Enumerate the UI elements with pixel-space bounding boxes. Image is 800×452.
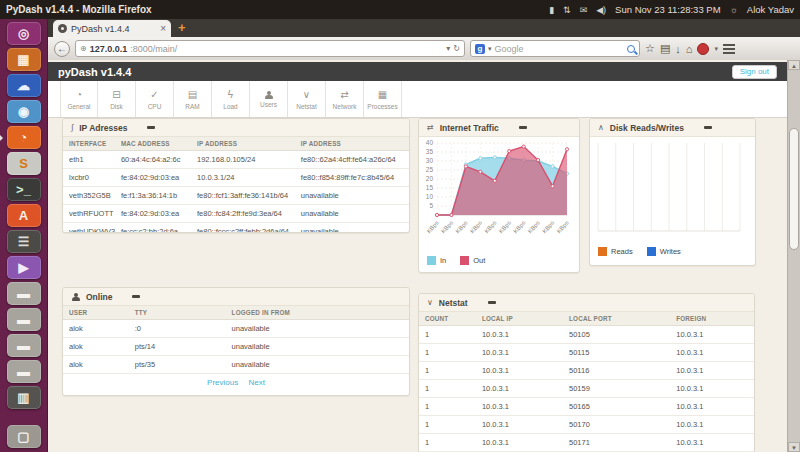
panel-traffic-header: ⇄ Internet Traffic <box>419 119 579 137</box>
table-cell: 50170 <box>563 416 670 434</box>
bookmark-star-icon[interactable]: ☆ <box>645 42 655 55</box>
nav-item-ram[interactable]: ▤RAM <box>174 81 212 117</box>
column-header: LOCAL PORT <box>563 312 670 326</box>
nav-item-disk[interactable]: ⊟Disk <box>98 81 136 117</box>
table-cell: 10.0.3.1 <box>670 326 754 344</box>
vertical-scrollbar[interactable]: ▲ ▼ <box>787 60 800 452</box>
table-cell: 50105 <box>563 326 670 344</box>
table-cell: fe80::fcf1:3aff:fe36:141b/64 <box>191 187 295 205</box>
collapse-button[interactable] <box>488 301 496 304</box>
home-icon[interactable]: ⌂ <box>686 43 693 55</box>
launcher-system-settings-icon[interactable]: ☰ <box>7 230 41 253</box>
table-cell: pts/14 <box>129 338 226 356</box>
table-row: 110.0.3.15011610.0.3.1 <box>419 362 754 380</box>
search-bar[interactable]: g ▾ Google <box>470 40 640 57</box>
search-placeholder: Google <box>495 44 624 54</box>
new-tab-button[interactable]: + <box>178 21 186 35</box>
url-dropdown-icon[interactable]: ▾ <box>446 44 450 53</box>
table-cell: fe:f1:3a:36:14:1b <box>115 187 191 205</box>
nav-item-cpu[interactable]: ✓CPU <box>136 81 174 117</box>
search-engine-dropdown-icon[interactable]: ▾ <box>488 45 492 53</box>
nav-item-processes[interactable]: ▦Processes <box>364 81 402 117</box>
launcher-ubuntu-dash-icon[interactable]: ◎ <box>7 22 41 45</box>
launcher-trash-icon[interactable]: ▢ <box>7 425 41 448</box>
table-row: alokpts/14unavailable <box>63 338 409 356</box>
mail-icon[interactable]: ✉ <box>580 5 588 15</box>
reload-icon[interactable]: ↻ <box>453 44 460 53</box>
back-button[interactable]: ← <box>54 41 70 57</box>
table-row: 110.0.3.15017010.0.3.1 <box>419 416 754 434</box>
volume-icon[interactable]: ◀) <box>596 5 606 15</box>
launcher-video-editor-icon[interactable]: ▥ <box>7 386 41 409</box>
panel-internet-traffic: ⇄ Internet Traffic 510152025303540KBpsKB… <box>418 118 580 273</box>
panel-netstat: ∨ Netstat COUNTLOCAL IPLOCAL PORTFOREIGN… <box>418 293 755 452</box>
scroll-down-icon[interactable]: ▼ <box>788 442 800 452</box>
launcher-thunderbird-icon[interactable]: ☁ <box>7 74 41 97</box>
users-icon <box>71 293 80 301</box>
svg-text:20: 20 <box>426 175 434 182</box>
clock[interactable]: Sun Nov 23 11:28:33 PM <box>615 4 720 15</box>
collapse-button[interactable] <box>519 126 527 129</box>
table-cell: 10.0.3.1 <box>670 362 754 380</box>
collapse-button[interactable] <box>132 295 140 298</box>
svg-text:KBps: KBps <box>527 220 541 235</box>
collapse-button[interactable] <box>147 126 155 129</box>
panel-title: Netstat <box>439 298 468 308</box>
table-cell: 10.0.3.1 <box>670 344 754 362</box>
table-row: vethUDKWV3fe:cc:c2:bb:2d:6afe80::fccc:c2… <box>63 223 409 234</box>
legend-label: In <box>440 256 446 265</box>
online-table: USERTTYLOGGED IN FROMalok:0unavailableal… <box>63 306 409 374</box>
adblock-dropdown-icon[interactable]: ▾ <box>714 45 718 53</box>
nav-label: Load <box>223 103 237 110</box>
nav-item-network[interactable]: ⇄Network <box>326 81 364 117</box>
google-engine-icon[interactable]: g <box>475 44 485 54</box>
search-icon[interactable] <box>627 45 635 53</box>
table-cell: 192.168.0.105/24 <box>191 151 295 169</box>
scroll-up-icon[interactable]: ▲ <box>788 60 800 70</box>
nav-item-users[interactable]: Users <box>250 81 288 117</box>
browser-tab[interactable]: PyDash v1.4.4 × <box>53 20 171 37</box>
adblock-icon[interactable] <box>697 43 709 55</box>
launcher-media-player-icon[interactable]: ▶ <box>7 256 41 279</box>
launcher-terminal-icon[interactable]: >_ <box>7 178 41 201</box>
launcher-drive-1-icon[interactable]: ▬ <box>7 282 41 305</box>
table-row: 110.0.3.15011510.0.3.1 <box>419 344 754 362</box>
table-cell: 10.0.3.1 <box>476 380 563 398</box>
launcher-firefox-icon[interactable]: ◔ <box>7 126 41 149</box>
bookmarks-menu-icon[interactable]: ▤ <box>660 42 670 55</box>
table-cell: 10.0.3.1 <box>670 380 754 398</box>
table-cell: 50115 <box>563 344 670 362</box>
legend-label: Out <box>473 256 485 265</box>
table-cell: 10.0.3.1 <box>476 326 563 344</box>
nav-item-netstat[interactable]: ∨Netstat <box>288 81 326 117</box>
session-gear-icon[interactable]: ☼ <box>730 5 738 15</box>
launcher-sublime-text-icon[interactable]: S <box>7 152 41 175</box>
launcher-drive-2-icon[interactable]: ▬ <box>7 308 41 331</box>
downloads-icon[interactable]: ↓ <box>675 43 681 55</box>
tab-close-icon[interactable]: × <box>160 23 166 34</box>
network-arrows-icon[interactable]: ⇅ <box>563 5 571 15</box>
table-cell: alok <box>63 338 129 356</box>
nav-item-general[interactable]: ◔General <box>60 81 98 117</box>
svg-text:KBps: KBps <box>512 220 526 235</box>
launcher-drive-3-icon[interactable]: ▬ <box>7 334 41 357</box>
collapse-button[interactable] <box>704 126 712 129</box>
next-link[interactable]: Next <box>248 378 264 387</box>
table-row: 110.0.3.15016510.0.3.1 <box>419 398 754 416</box>
session-username[interactable]: Alok Yadav <box>747 4 794 15</box>
scrollbar-thumb[interactable] <box>789 128 799 250</box>
panel-netstat-header: ∨ Netstat <box>419 294 754 312</box>
sign-out-button[interactable]: Sign out <box>732 65 777 79</box>
menu-icon[interactable] <box>723 44 735 54</box>
previous-link[interactable]: Previous <box>207 378 238 387</box>
nav-item-load[interactable]: ϟLoad <box>212 81 250 117</box>
launcher-software-center-icon[interactable]: A <box>7 204 41 227</box>
table-cell: 1 <box>419 380 476 398</box>
launcher-drive-4-icon[interactable]: ▬ <box>7 360 41 383</box>
launcher-files-icon[interactable]: ▦ <box>7 48 41 71</box>
chevron-down-icon: ∨ <box>427 298 433 307</box>
launcher-disc-burner-icon[interactable]: ◉ <box>7 100 41 123</box>
indicator-icon[interactable]: ▮ <box>549 5 554 15</box>
url-bar[interactable]: ⊕ 127.0.0.1 :8000/main/ ▾ ↻ <box>75 40 465 57</box>
network-icon: ⇄ <box>340 89 348 101</box>
